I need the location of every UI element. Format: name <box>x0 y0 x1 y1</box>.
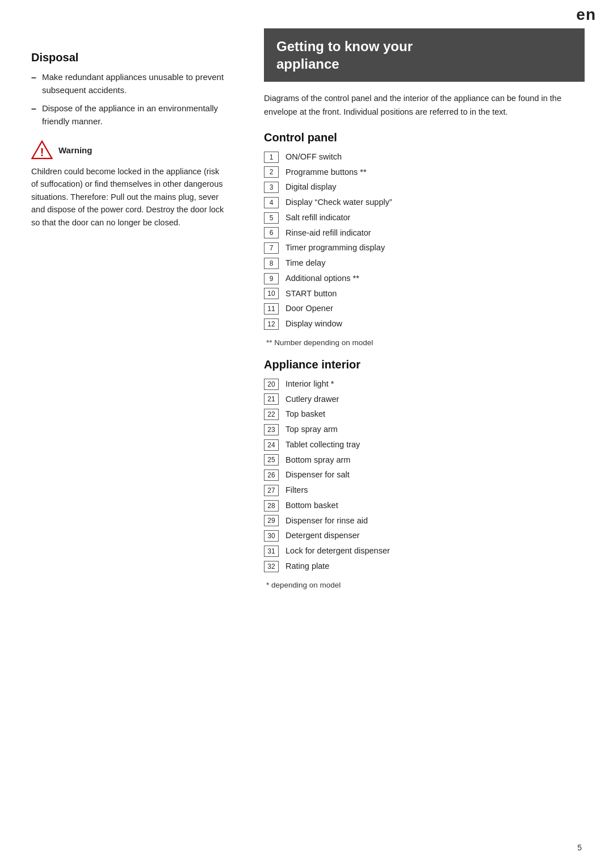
item-label: Display window <box>285 318 342 330</box>
list-item: 22 Top basket <box>264 408 585 421</box>
list-item: 5 Salt refill indicator <box>264 212 585 224</box>
page-number: 5 <box>577 843 582 852</box>
item-number: 25 <box>264 454 279 466</box>
item-label: Bottom spray arm <box>285 454 350 467</box>
list-item: 2 Programme buttons ** <box>264 166 585 179</box>
item-label: Interior light * <box>285 378 334 391</box>
list-item: 31 Lock for detergent dispenser <box>264 545 585 557</box>
item-number: 22 <box>264 409 279 420</box>
banner-heading: Getting to know your appliance <box>264 28 585 82</box>
item-number: 9 <box>264 273 279 284</box>
disposal-title: Disposal <box>31 51 227 64</box>
warning-label: Warning <box>58 145 92 155</box>
list-item: 21 Cutlery drawer <box>264 393 585 406</box>
item-number: 30 <box>264 530 279 542</box>
list-item: 8 Time delay <box>264 257 585 270</box>
item-label: Additional options ** <box>285 272 359 285</box>
item-label: Dispenser for rinse aid <box>285 515 368 527</box>
item-label: Top basket <box>285 408 325 421</box>
item-label: Bottom basket <box>285 500 338 512</box>
control-panel-title: Control panel <box>264 131 585 144</box>
item-label: Dispenser for salt <box>285 469 350 481</box>
item-number: 23 <box>264 424 279 435</box>
list-item: 23 Top spray arm <box>264 423 585 436</box>
item-number: 27 <box>264 485 279 496</box>
svg-text:!: ! <box>40 146 44 158</box>
list-item: 25 Bottom spray arm <box>264 454 585 467</box>
item-number: 12 <box>264 318 279 330</box>
item-number: 11 <box>264 303 279 315</box>
list-item: – Dispose of the appliance in an environ… <box>31 102 227 128</box>
item-number: 24 <box>264 439 279 451</box>
item-label: Time delay <box>285 257 325 270</box>
item-label: Door Opener <box>285 303 333 315</box>
appliance-interior-title: Appliance interior <box>264 358 585 371</box>
item-label: Tablet collecting tray <box>285 439 360 451</box>
item-number: 10 <box>264 288 279 299</box>
list-item: 1 ON/OFF switch <box>264 151 585 163</box>
bullet-dash: – <box>31 71 36 85</box>
item-number: 3 <box>264 182 279 193</box>
warning-text: Children could become locked in the appl… <box>31 165 227 229</box>
right-column: Getting to know your appliance Diagrams … <box>244 28 613 623</box>
item-label: Rinse-aid refill indicator <box>285 227 371 240</box>
item-number: 1 <box>264 152 279 163</box>
list-item: 9 Additional options ** <box>264 272 585 285</box>
list-item: 10 START button <box>264 288 585 300</box>
list-item: 3 Digital display <box>264 181 585 194</box>
item-number: 32 <box>264 561 279 572</box>
banner-line1: Getting to know your <box>276 39 413 54</box>
left-column: Disposal – Make redundant appliances unu… <box>0 28 244 623</box>
warning-block: ! Warning Children could become locked i… <box>31 139 227 229</box>
item-label: Digital display <box>285 181 336 194</box>
item-label: START button <box>285 288 337 300</box>
list-item: 20 Interior light * <box>264 378 585 391</box>
item-label: Salt refill indicator <box>285 212 350 224</box>
item-number: 29 <box>264 515 279 526</box>
item-label: Programme buttons ** <box>285 166 367 179</box>
list-item: 26 Dispenser for salt <box>264 469 585 481</box>
item-number: 7 <box>264 242 279 254</box>
control-panel-list: 1 ON/OFF switch 2 Programme buttons ** 3… <box>264 151 585 330</box>
bullet-text: Make redundant appliances unusable to pr… <box>42 71 227 97</box>
interior-footnote: * depending on model <box>264 581 585 589</box>
item-number: 28 <box>264 500 279 511</box>
item-label: Lock for detergent dispenser <box>285 545 390 557</box>
list-item: 4 Display “Check water supply” <box>264 196 585 209</box>
item-label: Display “Check water supply” <box>285 196 392 209</box>
list-item: 27 Filters <box>264 484 585 497</box>
list-item: – Make redundant appliances unusable to … <box>31 71 227 97</box>
item-number: 8 <box>264 258 279 269</box>
list-item: 7 Timer programming display <box>264 242 585 254</box>
item-number: 5 <box>264 212 279 224</box>
warning-icon: ! <box>31 139 53 161</box>
item-number: 20 <box>264 379 279 390</box>
banner-line2: appliance <box>276 56 339 72</box>
list-item: 6 Rinse-aid refill indicator <box>264 227 585 240</box>
bullet-dash: – <box>31 102 36 116</box>
disposal-bullet-list: – Make redundant appliances unusable to … <box>31 71 227 128</box>
item-label: ON/OFF switch <box>285 151 342 163</box>
intro-text: Diagrams of the control panel and the in… <box>264 92 585 118</box>
item-label: Detergent dispenser <box>285 530 360 542</box>
page: en Disposal – Make redundant appliances … <box>0 0 613 868</box>
list-item: 12 Display window <box>264 318 585 330</box>
list-item: 28 Bottom basket <box>264 500 585 512</box>
control-panel-footnote: ** Number depending on model <box>264 338 585 347</box>
item-label: Rating plate <box>285 560 329 573</box>
warning-title-row: ! Warning <box>31 139 227 161</box>
appliance-interior-list: 20 Interior light * 21 Cutlery drawer 22… <box>264 378 585 573</box>
list-item: 24 Tablet collecting tray <box>264 439 585 451</box>
item-label: Filters <box>285 484 308 497</box>
item-label: Timer programming display <box>285 242 385 254</box>
item-number: 31 <box>264 546 279 557</box>
list-item: 32 Rating plate <box>264 560 585 573</box>
bullet-text: Dispose of the appliance in an environme… <box>42 102 227 128</box>
item-number: 6 <box>264 227 279 238</box>
item-number: 4 <box>264 197 279 208</box>
item-label: Top spray arm <box>285 423 338 436</box>
item-number: 21 <box>264 393 279 405</box>
list-item: 11 Door Opener <box>264 303 585 315</box>
item-label: Cutlery drawer <box>285 393 339 406</box>
list-item: 29 Dispenser for rinse aid <box>264 515 585 527</box>
